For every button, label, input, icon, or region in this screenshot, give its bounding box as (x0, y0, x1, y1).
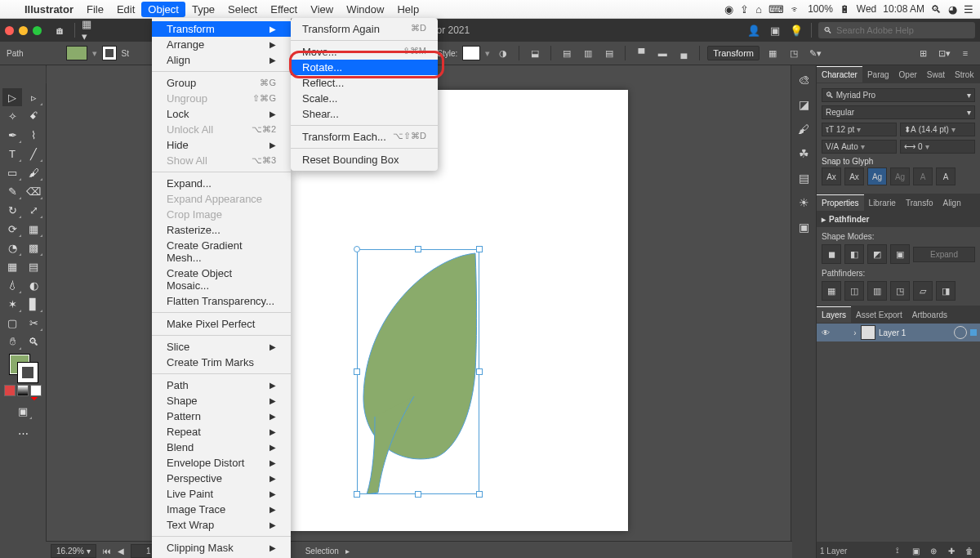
menubar-type[interactable]: Type (185, 2, 221, 17)
cc-icon[interactable]: ◉ (724, 3, 733, 16)
paintbrush-tool[interactable]: 🖌︎ (24, 163, 43, 181)
menu-item-envelope-distort[interactable]: Envelope Distort▶ (152, 455, 291, 471)
menu-item-live-paint[interactable]: Live Paint▶ (152, 486, 291, 502)
handle-mid-left[interactable] (354, 368, 360, 375)
gpu-icon[interactable]: 💡 (788, 22, 804, 38)
tab-artboards[interactable]: Artboards (907, 307, 952, 323)
glyph-right[interactable]: A (936, 167, 956, 185)
pin-icon[interactable]: ⊞ (915, 45, 931, 61)
font-size-field[interactable]: τT12 pt▾ (822, 123, 897, 136)
artboard-prev2[interactable]: ⏮︎ (103, 547, 111, 556)
menu-item-group[interactable]: Group⌘G (152, 75, 291, 91)
style-swatch[interactable] (462, 46, 480, 60)
handle-top-left[interactable] (354, 246, 360, 252)
delete-layer-icon[interactable]: 🗑︎ (962, 547, 977, 556)
wifi-icon[interactable]: ᯤ (791, 3, 801, 16)
menu-item-align[interactable]: Align▶ (152, 52, 291, 68)
tab-transform[interactable]: Transfo (901, 195, 938, 211)
kerning-field[interactable]: V/AAuto▾ (822, 140, 897, 154)
submenu-item-transform-each-[interactable]: Transform Each...⌥⇧⌘D (291, 129, 438, 145)
target-icon[interactable] (954, 326, 967, 339)
expand-button[interactable]: Expand (913, 247, 975, 262)
shape-builder-icon[interactable]: ▦ (764, 45, 781, 61)
graph-tool[interactable]: ▊ (24, 295, 43, 313)
font-style-select[interactable]: Regular▾ (822, 105, 975, 119)
blend-tool[interactable]: ◐ (24, 276, 43, 294)
arrange-docs-icon[interactable]: ▣ (767, 22, 783, 38)
submenu-item-shear-[interactable]: Shear... (291, 106, 438, 122)
opacity-icon[interactable]: ◑ (495, 45, 511, 61)
menubar-select[interactable]: Select (221, 2, 264, 17)
selection-tool[interactable]: ▷ (2, 88, 22, 106)
siri-icon[interactable]: ◕ (948, 3, 957, 16)
share-icon[interactable]: 👤 (746, 22, 762, 38)
direct-selection-tool[interactable]: ▹ (24, 88, 43, 106)
curvature-tool[interactable]: ⌇ (24, 126, 43, 144)
maximize-window[interactable] (33, 26, 42, 35)
tab-asset-export[interactable]: Asset Export (851, 307, 907, 323)
menu-item-clipping-mask[interactable]: Clipping Mask▶ (152, 540, 291, 556)
menu-item-blend[interactable]: Blend▶ (152, 440, 291, 455)
artboard-tool[interactable]: ▢ (2, 314, 22, 332)
menu-item-rasterize-[interactable]: Rasterize... (152, 222, 291, 238)
snap-icon[interactable]: ⊡▾ (936, 45, 952, 61)
menu-item-shape[interactable]: Shape▶ (152, 393, 291, 408)
align-hcenter-icon[interactable]: ▥ (580, 45, 596, 61)
new-layer-icon[interactable]: ✚ (944, 547, 959, 556)
submenu-item-reflect-[interactable]: Reflect... (291, 75, 438, 91)
handle-bot-right[interactable] (476, 491, 483, 498)
align-vcenter-icon[interactable]: ▬ (654, 45, 670, 61)
selected-object-leaf[interactable] (357, 249, 479, 494)
handle-bot-mid[interactable] (415, 491, 421, 498)
menu-item-pattern[interactable]: Pattern▶ (152, 408, 291, 424)
align-bottom-icon[interactable]: ▄ (675, 45, 692, 61)
edit-toolbar-icon[interactable]: ⋯ (13, 424, 33, 442)
workspace-switch-icon[interactable]: ▦ ▾ (82, 22, 98, 38)
align-left-icon[interactable]: ▤ (559, 45, 575, 61)
glyph-ascender[interactable]: Ag (890, 167, 910, 185)
slice-tool[interactable]: ✂︎ (24, 314, 43, 332)
menubar-window[interactable]: Window (340, 2, 390, 17)
scale-tool[interactable]: ⤢ (24, 201, 43, 219)
glyph-left[interactable]: A (913, 167, 933, 185)
menu-item-create-trim-marks[interactable]: Create Trim Marks (152, 355, 291, 370)
home-icon[interactable]: 🏠︎ (51, 22, 68, 38)
color-mode-toggles[interactable] (4, 385, 42, 396)
edit-similar-icon[interactable]: ✎▾ (807, 45, 823, 61)
tab-properties[interactable]: Properties (817, 194, 864, 211)
align-top-icon[interactable]: ▀ (633, 45, 649, 61)
symbols-panel-icon[interactable]: ☘︎ (799, 147, 809, 160)
glyph-baseline[interactable]: Ax (822, 167, 841, 185)
glyph-xheight[interactable]: Ax (844, 167, 864, 185)
minus-back-button[interactable]: ◨ (936, 281, 956, 301)
adobe-help-search[interactable]: 🔍︎ (818, 22, 975, 38)
menubar-file[interactable]: File (80, 2, 110, 17)
leading-field[interactable]: ⬍A(14.4 pt)▾ (900, 123, 975, 136)
handle-top-mid[interactable] (415, 246, 421, 252)
menubar-edit[interactable]: Edit (110, 2, 141, 17)
font-family-select[interactable]: 🔍︎ Myriad Pro▾ (822, 88, 975, 102)
menu-item-create-gradient-mesh-[interactable]: Create Gradient Mesh... (152, 238, 291, 266)
tab-layers[interactable]: Layers (817, 306, 851, 323)
menu-item-slice[interactable]: Slice▶ (152, 339, 291, 355)
menubar-object[interactable]: Object (141, 2, 185, 17)
menu-item-make-pixel-perfect[interactable]: Make Pixel Perfect (152, 316, 291, 332)
exclude-button[interactable]: ▣ (890, 244, 910, 264)
menu-item-image-trace[interactable]: Image Trace▶ (152, 502, 291, 517)
submenu-item-rotate-[interactable]: Rotate... (291, 60, 438, 75)
layer-name[interactable]: Layer 1 (879, 328, 951, 337)
line-tool[interactable]: ╱ (24, 145, 43, 163)
recolor-icon[interactable]: ⬓ (527, 45, 543, 61)
tab-libraries[interactable]: Librarie (864, 195, 901, 211)
rotate-tool[interactable]: ↻ (2, 201, 22, 219)
hand-tool[interactable]: ✋︎ (2, 333, 22, 350)
locate-layer-icon[interactable]: ⟟ (890, 546, 905, 556)
free-transform-tool[interactable]: ▦ (24, 220, 43, 238)
trim-button[interactable]: ◫ (844, 281, 864, 301)
submenu-item-reset-bounding-box[interactable]: Reset Bounding Box (291, 152, 438, 167)
divide-button[interactable]: ▦ (822, 281, 841, 301)
symbol-sprayer-tool[interactable]: ✶ (2, 295, 22, 313)
menu-item-perspective[interactable]: Perspective▶ (152, 471, 291, 486)
menu-item-arrange[interactable]: Arrange▶ (152, 37, 291, 52)
spotlight-icon[interactable]: 🔍︎ (931, 3, 942, 16)
